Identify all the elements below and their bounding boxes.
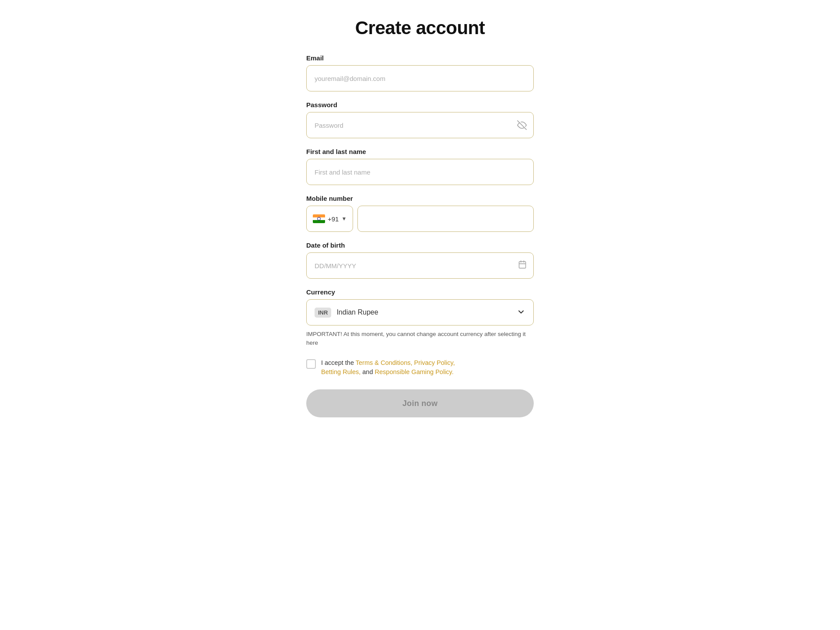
email-input[interactable]: [306, 65, 534, 91]
important-notice: IMPORTANT! At this moment, you cannot ch…: [306, 330, 534, 348]
date-wrapper: [306, 252, 534, 279]
currency-name-text: Indian Rupee: [336, 308, 378, 316]
password-wrapper: [306, 112, 534, 138]
terms-checkbox[interactable]: [306, 359, 316, 369]
join-now-button[interactable]: Join now: [306, 389, 534, 417]
mobile-field-group: Mobile number +91 ▼: [306, 195, 534, 232]
mobile-row: +91 ▼: [306, 206, 534, 232]
privacy-policy-link[interactable]: Privacy Policy,: [414, 359, 455, 366]
currency-dropdown[interactable]: INR Indian Rupee: [306, 299, 534, 326]
create-account-form: Create account Email Password First and …: [306, 18, 534, 417]
country-code-text: +91: [328, 215, 339, 223]
india-flag-icon: [313, 214, 325, 223]
page-title: Create account: [306, 18, 534, 38]
password-input[interactable]: [306, 112, 534, 138]
email-label: Email: [306, 54, 534, 62]
phone-input[interactable]: [357, 206, 534, 232]
currency-chevron-icon: [517, 308, 525, 318]
currency-field-group: Currency INR Indian Rupee IMPORTANT! At …: [306, 288, 534, 348]
currency-label: Currency: [306, 288, 534, 296]
email-field-group: Email: [306, 54, 534, 91]
gaming-policy-link[interactable]: Responsible Gaming Policy.: [375, 368, 454, 375]
mobile-label: Mobile number: [306, 195, 534, 202]
currency-badge: INR: [315, 308, 331, 318]
toggle-password-icon[interactable]: [517, 120, 527, 130]
name-field-group: First and last name: [306, 148, 534, 185]
name-input[interactable]: [306, 159, 534, 185]
terms-checkbox-row: I accept the Terms & Conditions, Privacy…: [306, 358, 534, 378]
terms-conditions-link[interactable]: Terms & Conditions,: [356, 359, 413, 366]
terms-label: I accept the Terms & Conditions, Privacy…: [321, 358, 455, 378]
country-code-selector[interactable]: +91 ▼: [306, 206, 353, 232]
password-label: Password: [306, 101, 534, 108]
dob-input[interactable]: [306, 252, 534, 279]
dob-field-group: Date of birth: [306, 242, 534, 279]
password-field-group: Password: [306, 101, 534, 138]
dob-label: Date of birth: [306, 242, 534, 249]
country-chevron-icon: ▼: [341, 216, 346, 222]
name-label: First and last name: [306, 148, 534, 155]
currency-left: INR Indian Rupee: [315, 308, 378, 318]
betting-rules-link[interactable]: Betting Rules,: [321, 368, 360, 375]
